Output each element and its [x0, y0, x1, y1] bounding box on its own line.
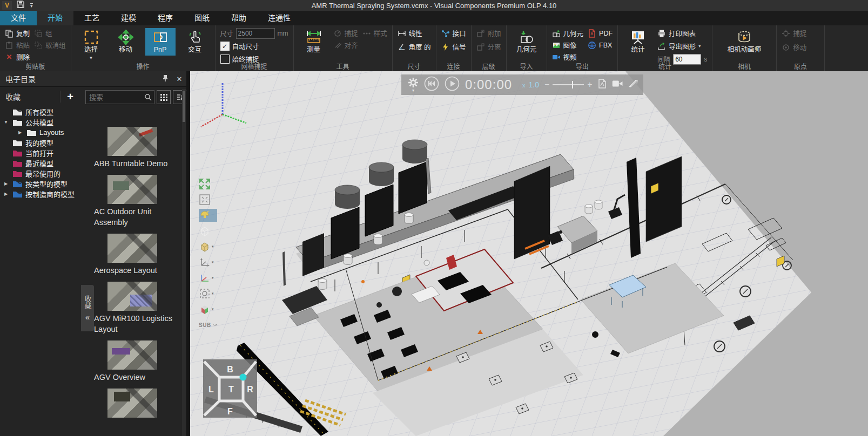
speed-slider-handle[interactable]	[572, 81, 573, 88]
tab-home[interactable]: 开始	[37, 11, 73, 25]
simulation-settings-button[interactable]: ▾	[408, 77, 419, 93]
viewcube-right[interactable]: R	[247, 385, 253, 394]
export-pdf-button[interactable]: PDF	[588, 28, 613, 38]
snap-button[interactable]: 捕捉	[333, 28, 358, 38]
selection-mode-button[interactable]: ▾	[199, 287, 217, 300]
style-button[interactable]: 样式	[362, 28, 387, 38]
tab-drawing[interactable]: 图纸	[184, 11, 220, 25]
view-cube[interactable]: B L T R F	[203, 359, 257, 418]
expanded-caret-icon[interactable]: ▼	[2, 120, 10, 125]
shaded-mode-caret[interactable]: ▾	[212, 244, 214, 249]
export-graph-caret[interactable]: ▾	[698, 44, 701, 49]
collapsed-caret-icon[interactable]: ▶	[2, 192, 10, 196]
app-logo-icon[interactable]: V	[2, 1, 12, 10]
viewcube-corner-dot[interactable]	[240, 374, 247, 381]
origin-snap-button[interactable]: 捕捉	[782, 28, 806, 38]
move-frame-caret[interactable]: ▾	[212, 260, 214, 264]
sub-assembly-button[interactable]: SUB	[199, 318, 217, 331]
viewcube-front[interactable]: F	[227, 407, 233, 416]
scrollbar-thumb[interactable]	[183, 91, 185, 122]
speed-slider[interactable]	[553, 84, 584, 85]
catalog-item[interactable]: AGV Overview	[82, 340, 182, 383]
copy-button[interactable]: 复制	[5, 28, 30, 38]
viewcube-left[interactable]: L	[208, 385, 214, 394]
catalog-item[interactable]: ABB Turntable Demo	[82, 127, 182, 169]
tree-item-all-models[interactable]: 所有模型	[0, 107, 81, 117]
catalog-item[interactable]: Aerospace Layout	[82, 234, 182, 276]
import-geometry-button[interactable]: 几何元	[512, 28, 542, 56]
coordinate-system-button[interactable]: ▾	[199, 271, 217, 284]
tree-item-currently-open[interactable]: 当前打开	[0, 148, 81, 158]
interact-button[interactable]: 交互	[180, 28, 210, 56]
angular-dimension-button[interactable]: 角度 的	[398, 42, 431, 52]
export-video-button[interactable]: 视频	[552, 52, 584, 62]
tree-item-models-by-type[interactable]: ▶ 按类型的模型	[0, 179, 81, 189]
coordinate-caret[interactable]: ▾	[212, 276, 214, 280]
pin-panel-button[interactable]	[158, 74, 172, 84]
detach-button[interactable]: 分离	[476, 42, 501, 52]
align-button[interactable]: 对齐	[333, 40, 358, 50]
move-button[interactable]: 移动	[111, 28, 141, 56]
tab-file[interactable]: 文件	[0, 11, 37, 25]
shaded-mode-button[interactable]: ▾	[199, 240, 217, 253]
paste-button[interactable]: 粘贴	[5, 40, 30, 50]
catalog-item[interactable]	[82, 389, 182, 418]
add-favorite-button[interactable]: +	[60, 91, 73, 103]
signal-button[interactable]: 信号	[441, 42, 466, 52]
simulation-speed-value[interactable]: 1.0	[529, 80, 539, 89]
select-button[interactable]: 选择 ▼	[76, 28, 106, 62]
record-video-button[interactable]	[612, 80, 623, 90]
tree-item-my-models[interactable]: 我的模型	[0, 138, 81, 148]
ungroup-button[interactable]: 取消组	[34, 40, 66, 50]
pnp-button[interactable]: PnP	[145, 28, 176, 56]
grid-size-input[interactable]	[236, 28, 275, 39]
viewcube-back[interactable]: B	[227, 365, 233, 374]
export-fbx-button[interactable]: FBX	[588, 40, 613, 50]
tab-help[interactable]: 帮助	[220, 11, 257, 25]
tab-program[interactable]: 程序	[147, 11, 184, 25]
measure-button[interactable]: 测量	[299, 28, 329, 56]
interface-button[interactable]: 接口	[441, 28, 466, 38]
delete-button[interactable]: ✕ 删除	[5, 52, 30, 62]
collapsed-caret-icon[interactable]: ▶	[16, 130, 24, 135]
origin-move-button[interactable]: 移动	[782, 42, 806, 52]
tree-item-public-models[interactable]: ▼ 公共模型	[0, 117, 81, 127]
catalog-scrollbar[interactable]	[182, 89, 186, 436]
export-geometry-button[interactable]: 几何元	[552, 28, 584, 38]
render-mode-caret[interactable]: ▾	[212, 307, 214, 311]
save-button[interactable]	[16, 0, 25, 11]
catalog-item[interactable]: AC Outdoor Unit Assembly	[82, 175, 182, 228]
collapsed-caret-icon[interactable]: ▶	[2, 181, 10, 186]
group-button[interactable]: 组	[34, 28, 66, 38]
auto-size-checkbox[interactable]: ✓ 自动尺寸	[220, 41, 288, 51]
tab-modeling[interactable]: 建模	[110, 11, 147, 25]
viewport-3d[interactable]: ▾ 0:00:00 x 1.0 − +	[190, 71, 868, 436]
attach-button[interactable]: 附加	[476, 28, 501, 38]
fit-selection-button[interactable]	[199, 193, 217, 206]
animation-export-button[interactable]	[628, 79, 638, 90]
export-graph-button[interactable]: 导出图形 ▾	[657, 41, 707, 51]
tab-connectivity[interactable]: 连通性	[257, 11, 301, 25]
print-chart-button[interactable]: 打印图表	[657, 28, 707, 38]
close-panel-button[interactable]: ✕	[172, 75, 186, 83]
select-dropdown-caret[interactable]: ▼	[89, 56, 93, 60]
tree-item-most-used[interactable]: 最常使用的	[0, 168, 81, 179]
linear-dimension-button[interactable]: 线性	[398, 28, 431, 38]
export-image-button[interactable]: 图像	[552, 40, 584, 50]
tab-process[interactable]: 工艺	[73, 11, 110, 25]
search-input[interactable]	[86, 93, 144, 101]
grid-view-button[interactable]	[157, 90, 171, 104]
play-simulation-button[interactable]	[445, 76, 460, 93]
wireframe-mode-button[interactable]	[199, 224, 217, 237]
tree-item-recent-models[interactable]: 最近模型	[0, 158, 81, 168]
reset-simulation-button[interactable]	[424, 76, 439, 93]
lighting-button[interactable]	[199, 209, 217, 222]
collapse-favorites-handle[interactable]: 收藏 «	[81, 285, 94, 331]
catalog-item[interactable]: AGV MiR100 Logistics Layout	[82, 282, 182, 335]
tree-item-layouts[interactable]: ▶ Layouts	[0, 127, 81, 138]
move-frame-button[interactable]: ▾	[199, 256, 217, 269]
tree-item-models-by-manufacturer[interactable]: ▶ 按制造商的模型	[0, 189, 81, 199]
statistics-button[interactable]: 统计	[623, 28, 653, 56]
viewcube-top[interactable]: T	[228, 385, 234, 394]
export-pdf-3d-button[interactable]	[598, 79, 607, 91]
